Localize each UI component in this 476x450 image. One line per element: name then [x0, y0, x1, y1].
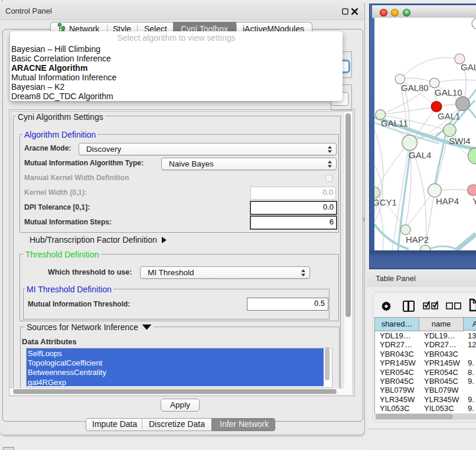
svg-text:GAL10: GAL10 [435, 87, 462, 97]
svg-text:HAP4: HAP4 [436, 196, 459, 206]
svg-text:HAP2: HAP2 [406, 234, 429, 244]
svg-text:GAL1: GAL1 [438, 111, 460, 121]
svg-text:GCY1: GCY1 [374, 197, 397, 207]
svg-text:Y: Y [472, 196, 476, 206]
svg-text:GAL: GAL [461, 62, 476, 72]
svg-text:GAL4: GAL4 [409, 150, 431, 160]
svg-text:GAL80: GAL80 [401, 83, 429, 93]
svg-text:SWI4: SWI4 [449, 136, 471, 146]
svg-text:GAL11: GAL11 [381, 118, 408, 128]
